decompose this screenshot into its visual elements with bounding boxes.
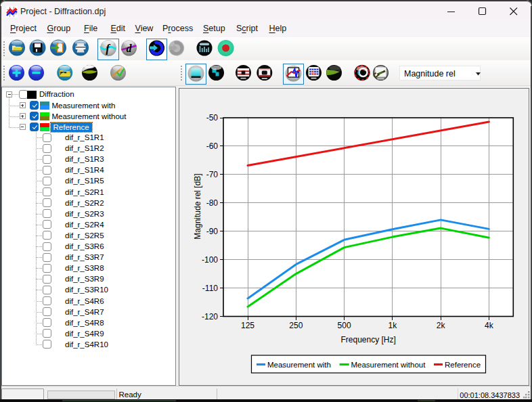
svg-text:d: d (127, 43, 133, 54)
svg-text:-110: -110 (202, 284, 218, 293)
svg-text:Magnitude rel [dB]: Magnitude rel [dB] (193, 173, 202, 239)
svg-text:Reference: Reference (445, 361, 481, 369)
svg-text:1k: 1k (389, 321, 398, 330)
svg-text:Measurement with: Measurement with (267, 361, 331, 369)
svg-text:-100: -100 (202, 255, 218, 265)
svg-text:250: 250 (289, 321, 303, 330)
svg-text:Frequency [Hz]: Frequency [Hz] (341, 335, 396, 344)
svg-text:-90: -90 (206, 227, 219, 236)
svg-text:500: 500 (338, 321, 351, 330)
svg-text:4k: 4k (485, 321, 494, 330)
svg-text:-80: -80 (206, 198, 219, 208)
svg-text:Measurement without: Measurement without (351, 361, 426, 369)
svg-text:-120: -120 (202, 312, 218, 321)
svg-text:2k: 2k (437, 321, 446, 330)
svg-text:-60: -60 (206, 141, 219, 151)
svg-text:125: 125 (241, 321, 254, 330)
svg-text:-70: -70 (206, 170, 219, 179)
svg-text:-50: -50 (206, 113, 219, 122)
